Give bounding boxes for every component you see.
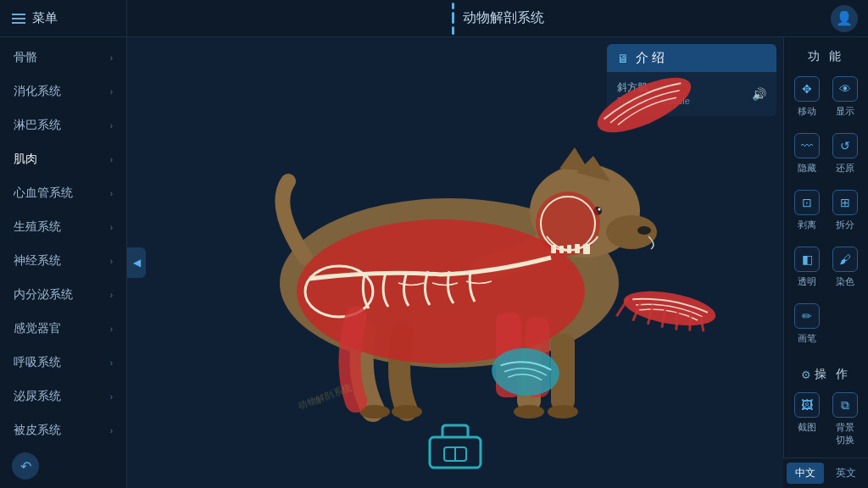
- sidebar-back-button[interactable]: ↶: [12, 452, 39, 480]
- sidebar-item-label: 淋巴系统: [14, 118, 61, 133]
- sidebar-item-sensory[interactable]: 感觉器官›: [0, 312, 126, 346]
- icon-显示: 👁: [832, 76, 858, 102]
- right-btn-染色[interactable]: 🖌染色: [829, 241, 862, 293]
- right-btn-透明[interactable]: ◧透明: [791, 241, 824, 293]
- chevron-icon: ›: [110, 426, 113, 435]
- icon-还原: ↺: [832, 133, 858, 158]
- right-panel: 功 能 ✥移动👁显示〰隐藏↺还原⊡剥离⊞拆分◧透明🖌染色✏画笔 ⚙ 操 作 🖼截…: [783, 37, 868, 488]
- sidebar-item-label: 消化系统: [14, 84, 61, 99]
- app-title: 动物解剖系统: [463, 9, 544, 27]
- right-btn-剥离[interactable]: ⊡剥离: [791, 185, 824, 236]
- ops-label: 截图: [798, 421, 816, 434]
- btn-label: 拆分: [836, 219, 854, 231]
- chevron-icon: ›: [110, 87, 113, 97]
- svg-marker-4: [559, 147, 589, 171]
- sidebar-item-label: 肌肉: [14, 152, 37, 167]
- sidebar-item-digestive[interactable]: 消化系统›: [0, 75, 126, 108]
- app-title-container: 动物解剖系统: [452, 3, 544, 35]
- sidebar-footer: ↶: [0, 444, 126, 488]
- icon-隐藏: 〰: [794, 133, 820, 158]
- svg-point-10: [514, 405, 544, 419]
- sidebar-item-muscle[interactable]: 肌肉›: [0, 142, 126, 176]
- functions-grid: ✥移动👁显示〰隐藏↺还原⊡剥离⊞拆分◧透明🖌染色✏画笔: [784, 71, 868, 357]
- ops-btn-背景切换[interactable]: ⧉背景切换: [829, 387, 862, 452]
- sidebar-item-label: 被皮系统: [14, 423, 61, 438]
- sidebar-item-label: 骨骼: [14, 50, 37, 65]
- chevron-icon: ›: [110, 53, 113, 63]
- chevron-icon: ›: [110, 358, 113, 368]
- ops-title: 操 作: [815, 367, 852, 382]
- svg-point-11: [548, 405, 578, 419]
- top-header: 动物解剖系统 👤: [127, 0, 868, 37]
- sidebar-item-label: 神经系统: [14, 253, 61, 269]
- right-btn-还原[interactable]: ↺还原: [829, 128, 862, 180]
- sidebar-header: 菜单: [0, 0, 126, 37]
- btn-label: 显示: [836, 105, 854, 118]
- btn-label: 隐藏: [798, 162, 816, 175]
- sidebar-item-nervous[interactable]: 神经系统›: [0, 244, 126, 278]
- sidebar-item-bones[interactable]: 骨骼›: [0, 41, 126, 75]
- right-btn-拆分[interactable]: ⊞拆分: [829, 185, 862, 236]
- chevron-icon: ›: [110, 189, 113, 198]
- main-canvas[interactable]: 🖥 介 绍 斜方肌 Trapezius Muscle 🔊 ◀: [127, 37, 783, 488]
- sidebar-item-endocrine[interactable]: 内分泌系统›: [0, 278, 126, 312]
- svg-point-25: [590, 67, 698, 144]
- svg-rect-22: [583, 244, 590, 254]
- sidebar-item-label: 内分泌系统: [14, 287, 73, 302]
- lang-btn-英文[interactable]: 英文: [827, 463, 865, 484]
- sidebar-item-label: 呼吸系统: [14, 355, 61, 370]
- icon-透明: ◧: [794, 247, 820, 272]
- sidebar-item-label: 感觉器官: [14, 321, 61, 336]
- icon-画笔: ✏: [794, 303, 820, 329]
- bars-icon: [452, 3, 454, 35]
- functions-title: 功 能: [808, 44, 845, 71]
- language-bar: 中文英文: [783, 458, 868, 488]
- sidebar-item-label: 心血管系统: [14, 186, 73, 201]
- ops-btn-截图[interactable]: 🖼截图: [791, 387, 824, 452]
- chevron-icon: ›: [110, 223, 113, 232]
- ops-title-row: ⚙ 操 作: [801, 363, 852, 387]
- sidebar-item-label: 生殖系统: [14, 219, 61, 235]
- user-icon-button[interactable]: 👤: [831, 5, 858, 32]
- sidebar-item-lymph[interactable]: 淋巴系统›: [0, 108, 126, 142]
- btn-label: 还原: [836, 162, 854, 175]
- dog-illustration: [161, 54, 754, 461]
- icon-移动: ✥: [794, 76, 820, 102]
- svg-point-13: [392, 405, 422, 419]
- sidebar-item-cardiovascular[interactable]: 心血管系统›: [0, 176, 126, 210]
- chevron-icon: ›: [110, 155, 113, 164]
- collapse-button[interactable]: ◀: [127, 247, 146, 278]
- sidebar-item-respiratory[interactable]: 呼吸系统›: [0, 346, 126, 380]
- chevron-icon: ›: [110, 291, 113, 300]
- svg-rect-19: [559, 246, 564, 253]
- sidebar: 菜单 骨骼›消化系统›淋巴系统›肌肉›心血管系统›生殖系统›神经系统›内分泌系统…: [0, 0, 127, 488]
- btn-label: 染色: [836, 275, 854, 288]
- sidebar-item-urinary[interactable]: 泌尿系统›: [0, 380, 126, 413]
- bottom-logo: [426, 424, 485, 471]
- svg-point-6: [598, 208, 601, 211]
- svg-rect-18: [551, 245, 556, 253]
- btn-label: 剥离: [798, 219, 816, 231]
- chevron-icon: ›: [110, 392, 113, 402]
- chevron-icon: ›: [110, 121, 113, 130]
- sidebar-menu-label: 菜单: [32, 10, 58, 26]
- right-btn-显示[interactable]: 👁显示: [829, 71, 862, 123]
- btn-label: 移动: [798, 105, 816, 118]
- btn-label: 透明: [798, 275, 816, 288]
- lang-btn-中文[interactable]: 中文: [787, 463, 824, 484]
- right-btn-移动[interactable]: ✥移动: [791, 71, 824, 123]
- svg-point-7: [637, 226, 651, 235]
- ops-icon-截图: 🖼: [794, 392, 820, 418]
- icon-拆分: ⊞: [832, 190, 858, 215]
- menu-icon[interactable]: [12, 14, 25, 24]
- sidebar-items: 骨骼›消化系统›淋巴系统›肌肉›心血管系统›生殖系统›神经系统›内分泌系统›感觉…: [0, 37, 126, 444]
- icon-剥离: ⊡: [794, 190, 820, 215]
- right-btn-隐藏[interactable]: 〰隐藏: [791, 128, 824, 180]
- svg-rect-21: [575, 244, 580, 253]
- sidebar-item-reproductive[interactable]: 生殖系统›: [0, 210, 126, 244]
- icon-染色: 🖌: [832, 247, 858, 272]
- right-btn-画笔[interactable]: ✏画笔: [791, 298, 824, 350]
- svg-point-26: [621, 286, 719, 332]
- sidebar-item-integumentary[interactable]: 被皮系统›: [0, 413, 126, 444]
- sidebar-item-label: 泌尿系统: [14, 389, 61, 404]
